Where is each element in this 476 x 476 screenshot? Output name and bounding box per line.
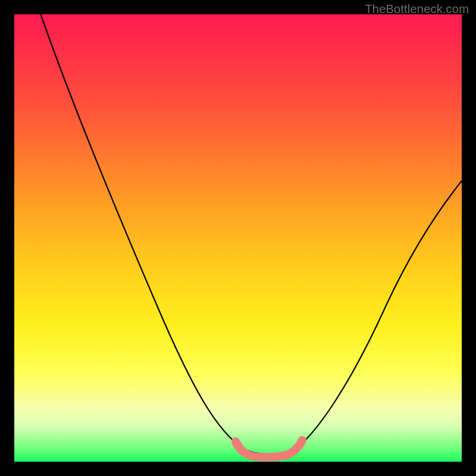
watermark-text: TheBottleneck.com — [365, 2, 469, 16]
optimal-band-marker — [236, 440, 302, 457]
chart-frame: TheBottleneck.com — [0, 0, 476, 476]
plot-area — [14, 14, 462, 462]
bottleneck-curve — [19, 14, 462, 454]
bottleneck-curve-svg — [14, 14, 462, 462]
